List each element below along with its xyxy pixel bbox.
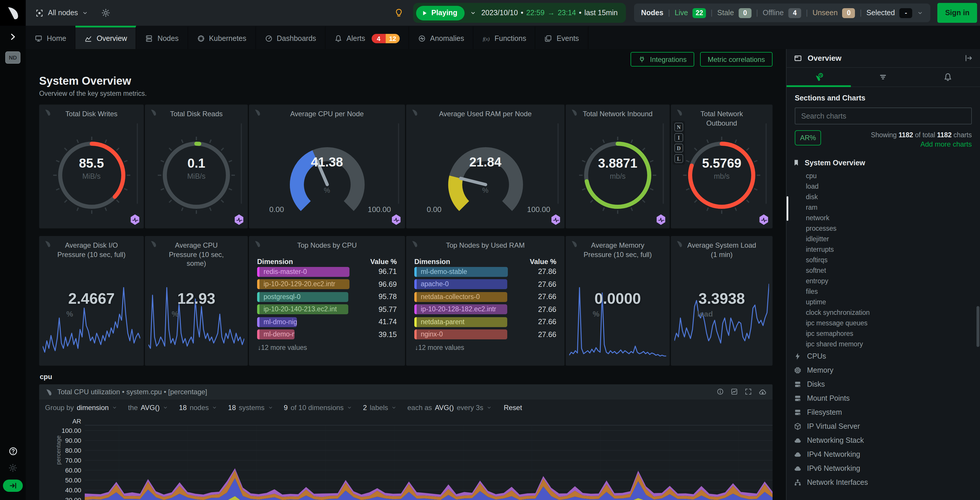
sidebar-chart-item-ipc-message-queues[interactable]: ipc message queues: [787, 318, 980, 328]
chart-hover-toolbar[interactable]: NIDL: [673, 121, 685, 165]
info-icon[interactable]: [716, 388, 724, 396]
table-row[interactable]: nginx-027.66: [414, 328, 556, 341]
sidebar-chart-item-ipc-semaphores[interactable]: ipc semaphores: [787, 328, 980, 339]
tab-charts[interactable]: [787, 68, 851, 86]
gauge-card-6[interactable]: Total Network Outbound5.5769mb/sNIDL: [671, 105, 773, 229]
more-values-link[interactable]: ↓12 more values: [257, 344, 397, 351]
collapse-sidebar-icon[interactable]: [964, 54, 973, 62]
sidebar-section-networking-stack[interactable]: Networking Stack: [787, 433, 980, 448]
top-nodes-table-2[interactable]: Top Nodes by Used RAMDimensionValue %ml-…: [406, 236, 565, 366]
more-values-link[interactable]: ↓12 more values: [414, 344, 556, 351]
table-row[interactable]: apache-027.66: [414, 278, 556, 290]
tab-anomalies[interactable]: Anomalies: [409, 26, 474, 49]
sidebar-chart-item-interrupts[interactable]: interrupts: [787, 244, 980, 255]
gear-icon[interactable]: [8, 463, 18, 473]
stacked-area-chart[interactable]: [85, 416, 773, 500]
sidebar-scroll-indicator[interactable]: [787, 196, 788, 221]
reset-button[interactable]: Reset: [504, 403, 522, 411]
integrations-button[interactable]: Integrations: [631, 52, 694, 67]
gauge-card-3[interactable]: Average CPU per Node41.38%0.00100.00: [249, 105, 405, 229]
tab-alerts[interactable]: Alerts412: [326, 26, 409, 49]
sidebar-chart-item-files[interactable]: files: [787, 286, 980, 297]
hover-tool-i[interactable]: I: [675, 133, 683, 142]
search-input[interactable]: [795, 108, 972, 124]
tab-nodes[interactable]: Nodes: [137, 26, 188, 49]
sign-in-button[interactable]: Sign in: [938, 3, 977, 23]
sidebar-chart-item-disk[interactable]: disk: [787, 192, 980, 202]
node-scope-selector[interactable]: All nodes: [35, 8, 89, 17]
tab-dashboards[interactable]: Dashboards: [256, 26, 326, 49]
add-more-charts-link[interactable]: Add more charts: [920, 140, 972, 148]
sidebar-chart-item-network[interactable]: network: [787, 213, 980, 223]
filter-chip-0[interactable]: Group bydimension: [45, 403, 118, 411]
sidebar-chart-item-ram[interactable]: ram: [787, 202, 980, 213]
filter-chip-1[interactable]: theAVG(): [128, 403, 168, 411]
table-row[interactable]: ml-demo-stable27.86: [414, 265, 556, 278]
cpu-chart-plot[interactable]: percentage AR100.0090.0080.0070.0060.005…: [39, 416, 773, 500]
avatar[interactable]: ND: [5, 51, 21, 63]
table-row[interactable]: netdata-parent27.66: [414, 316, 556, 328]
netdata-logo[interactable]: [0, 0, 26, 26]
table-row[interactable]: postgresql-095.78: [257, 290, 397, 303]
gauge-card-4[interactable]: Average Used RAM per Node21.84%0.00100.0…: [406, 105, 565, 229]
top-nodes-table-1[interactable]: Top Nodes by CPUDimensionValue %redis-ma…: [249, 236, 405, 366]
table-row[interactable]: ip-10-20-129-20.ec2.intr96.69: [257, 278, 397, 290]
sidebar-chart-item-ipc-shared-memory[interactable]: ipc shared memory: [787, 339, 980, 349]
tab-kubernetes[interactable]: Kubernetes: [188, 26, 256, 49]
table-row[interactable]: ml-dmo-nightly-48h-traini41.74: [257, 316, 397, 328]
filter-chip-5[interactable]: 2labels: [363, 403, 397, 411]
time-range-picker[interactable]: Playing 2023/10/10 • 22:59 → 23:14 • las…: [413, 3, 626, 23]
gauge-card-2[interactable]: Total Disk Reads0.1MiB/s: [145, 105, 248, 229]
sidebar-section-memory[interactable]: Memory: [787, 363, 980, 377]
filter-chip-2[interactable]: 18nodes: [179, 403, 217, 411]
tab-filters[interactable]: [851, 68, 916, 86]
spark-card-4[interactable]: Average System Load (1 min)3.3938load: [671, 236, 773, 366]
sidebar-chart-item-softirqs[interactable]: softirqs: [787, 255, 980, 265]
sidebar-section-mount-points[interactable]: Mount Points: [787, 391, 980, 405]
download-icon[interactable]: [759, 388, 767, 396]
spark-card-1[interactable]: Average Disk I/O Pressure (10 sec, full)…: [39, 236, 144, 366]
anomaly-rate-button[interactable]: AR%: [795, 130, 821, 146]
sidebar-chart-item-uptime[interactable]: uptime: [787, 297, 980, 307]
metric-correlations-button[interactable]: Metric correlations: [700, 52, 773, 67]
help-icon[interactable]: [8, 446, 18, 456]
sidebar-scrollbar-thumb[interactable]: [977, 306, 979, 347]
sidebar-chart-item-cpu[interactable]: cpu: [787, 171, 980, 181]
tab-events[interactable]: Events: [536, 26, 588, 49]
chart-type-icon[interactable]: [730, 388, 738, 396]
filter-chip-4[interactable]: 9of 10 dimensions: [284, 403, 352, 411]
tab-functions[interactable]: f(x)Functions: [474, 26, 536, 49]
sidebar-chart-item-softnet[interactable]: softnet: [787, 265, 980, 276]
table-row[interactable]: netdata-collectors-027.66: [414, 290, 556, 303]
hover-tool-l[interactable]: L: [675, 154, 683, 163]
sidebar-section-disks[interactable]: Disks: [787, 377, 980, 391]
table-row[interactable]: ip-10-20-128-182.ec2.intr27.66: [414, 303, 556, 316]
sidebar-section-cpus[interactable]: CPUs: [787, 349, 980, 363]
sidebar-section-ip-virtual-server[interactable]: IP Virtual Server: [787, 419, 980, 433]
rail-sign-in-button[interactable]: [3, 479, 23, 492]
sidebar-chart-item-load[interactable]: load: [787, 181, 980, 192]
tab-home[interactable]: Home: [26, 26, 76, 49]
sidebar-section-filesystem[interactable]: Filesystem: [787, 405, 980, 419]
fullscreen-icon[interactable]: [745, 388, 752, 396]
expand-rail-chevron-icon[interactable]: [9, 33, 17, 41]
spark-card-3[interactable]: Average Memory Pressure (10 sec, full)0.…: [566, 236, 670, 366]
gauge-card-1[interactable]: Total Disk Writes85.5MiB/s: [39, 105, 144, 229]
sidebar-chart-item-clock-synchronization[interactable]: clock synchronization: [787, 307, 980, 318]
playing-button[interactable]: Playing: [416, 6, 464, 20]
spark-card-2[interactable]: Average CPU Pressure (10 sec, some)12.93…: [145, 236, 248, 366]
settings-gear-icon[interactable]: [102, 8, 111, 17]
cpu-chart-card[interactable]: Total CPU utilization • system.cpu • [pe…: [39, 384, 773, 500]
sidebar-section-ipv6-networking[interactable]: IPv6 Networking: [787, 462, 980, 475]
sidebar-chart-item-processes[interactable]: processes: [787, 223, 980, 233]
chevron-down-icon[interactable]: [469, 10, 476, 16]
sidebar-group-system-overview[interactable]: System Overview: [787, 156, 980, 171]
hover-tool-n[interactable]: N: [675, 123, 683, 132]
sidebar-chart-item-idlejitter[interactable]: idlejitter: [787, 233, 980, 244]
gauge-card-5[interactable]: Total Network Inbound3.8871mb/s: [566, 105, 670, 229]
table-row[interactable]: ip-10-20-140-213.ec2.int95.77: [257, 303, 397, 316]
tab-overview[interactable]: Overview: [76, 26, 137, 49]
news-bulb-icon[interactable]: [394, 8, 404, 18]
tab-alerts[interactable]: [915, 68, 980, 86]
table-row[interactable]: redis-master-096.71: [257, 265, 397, 278]
